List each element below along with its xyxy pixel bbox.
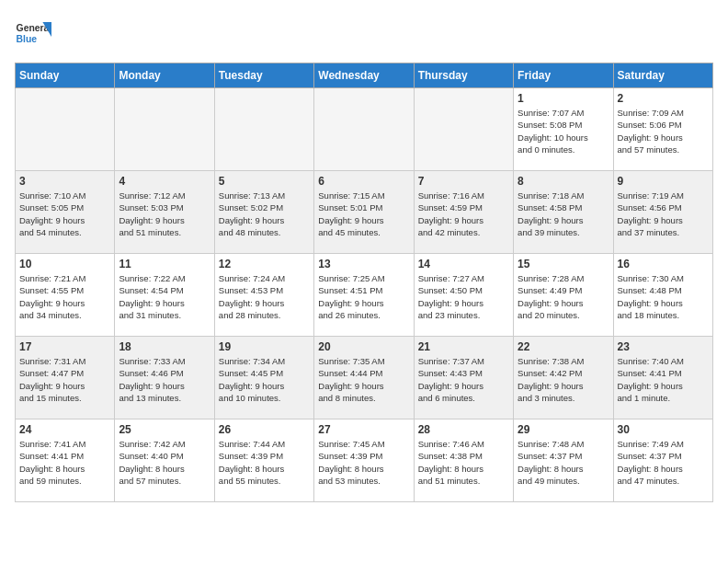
calendar-cell: 24Sunrise: 7:41 AM Sunset: 4:41 PM Dayli… xyxy=(16,419,115,502)
calendar-cell xyxy=(314,88,414,171)
calendar-header-wednesday: Wednesday xyxy=(314,63,414,88)
day-number: 1 xyxy=(518,92,609,105)
day-info: Sunrise: 7:15 AM Sunset: 5:01 PM Dayligh… xyxy=(318,190,409,238)
day-info: Sunrise: 7:30 AM Sunset: 4:48 PM Dayligh… xyxy=(618,272,709,321)
calendar-cell: 17Sunrise: 7:31 AM Sunset: 4:47 PM Dayli… xyxy=(16,337,115,419)
day-info: Sunrise: 7:10 AM Sunset: 5:05 PM Dayligh… xyxy=(19,190,110,238)
calendar-cell: 5Sunrise: 7:13 AM Sunset: 5:02 PM Daylig… xyxy=(214,171,313,254)
day-info: Sunrise: 7:49 AM Sunset: 4:37 PM Dayligh… xyxy=(618,438,709,487)
calendar-cell: 11Sunrise: 7:22 AM Sunset: 4:54 PM Dayli… xyxy=(115,254,214,337)
day-info: Sunrise: 7:21 AM Sunset: 4:55 PM Dayligh… xyxy=(19,272,110,321)
calendar-cell: 7Sunrise: 7:16 AM Sunset: 4:59 PM Daylig… xyxy=(414,171,513,254)
day-info: Sunrise: 7:48 AM Sunset: 4:37 PM Dayligh… xyxy=(518,438,609,487)
calendar-cell: 6Sunrise: 7:15 AM Sunset: 5:01 PM Daylig… xyxy=(314,171,414,254)
day-info: Sunrise: 7:44 AM Sunset: 4:39 PM Dayligh… xyxy=(219,438,310,487)
day-info: Sunrise: 7:46 AM Sunset: 4:38 PM Dayligh… xyxy=(418,438,509,487)
day-number: 13 xyxy=(318,258,409,270)
day-info: Sunrise: 7:40 AM Sunset: 4:41 PM Dayligh… xyxy=(618,355,709,404)
logo: General Blue xyxy=(15,15,51,52)
day-info: Sunrise: 7:16 AM Sunset: 4:59 PM Dayligh… xyxy=(418,190,509,238)
day-number: 9 xyxy=(618,175,709,188)
day-number: 16 xyxy=(618,258,709,270)
day-info: Sunrise: 7:22 AM Sunset: 4:54 PM Dayligh… xyxy=(119,272,210,321)
day-info: Sunrise: 7:25 AM Sunset: 4:51 PM Dayligh… xyxy=(318,272,409,321)
day-number: 20 xyxy=(318,340,409,353)
calendar-cell: 3Sunrise: 7:10 AM Sunset: 5:05 PM Daylig… xyxy=(16,171,115,254)
calendar-table: SundayMondayTuesdayWednesdayThursdayFrid… xyxy=(15,63,713,502)
day-number: 11 xyxy=(119,258,210,270)
calendar-cell: 15Sunrise: 7:28 AM Sunset: 4:49 PM Dayli… xyxy=(514,254,613,337)
calendar-header-sunday: Sunday xyxy=(16,63,115,88)
calendar-cell: 13Sunrise: 7:25 AM Sunset: 4:51 PM Dayli… xyxy=(314,254,414,337)
calendar-cell: 30Sunrise: 7:49 AM Sunset: 4:37 PM Dayli… xyxy=(613,419,712,502)
day-info: Sunrise: 7:35 AM Sunset: 4:44 PM Dayligh… xyxy=(318,355,409,404)
calendar-header-thursday: Thursday xyxy=(414,63,513,88)
logo-icon: General Blue xyxy=(15,15,51,52)
day-number: 23 xyxy=(618,340,709,353)
day-number: 3 xyxy=(19,175,110,188)
calendar-cell: 18Sunrise: 7:33 AM Sunset: 4:46 PM Dayli… xyxy=(115,337,214,419)
day-number: 14 xyxy=(418,258,509,270)
day-number: 4 xyxy=(119,175,210,188)
calendar-cell xyxy=(214,88,313,171)
calendar-cell: 25Sunrise: 7:42 AM Sunset: 4:40 PM Dayli… xyxy=(115,419,214,502)
calendar-header-saturday: Saturday xyxy=(613,63,712,88)
day-number: 12 xyxy=(219,258,310,270)
day-info: Sunrise: 7:34 AM Sunset: 4:45 PM Dayligh… xyxy=(219,355,310,404)
calendar-cell: 22Sunrise: 7:38 AM Sunset: 4:42 PM Dayli… xyxy=(514,337,613,419)
calendar-cell: 9Sunrise: 7:19 AM Sunset: 4:56 PM Daylig… xyxy=(613,171,712,254)
day-info: Sunrise: 7:27 AM Sunset: 4:50 PM Dayligh… xyxy=(418,272,509,321)
calendar-cell xyxy=(414,88,513,171)
calendar-cell xyxy=(16,88,115,171)
calendar-cell: 14Sunrise: 7:27 AM Sunset: 4:50 PM Dayli… xyxy=(414,254,513,337)
day-info: Sunrise: 7:38 AM Sunset: 4:42 PM Dayligh… xyxy=(518,355,609,404)
day-number: 21 xyxy=(418,340,509,353)
day-number: 19 xyxy=(219,340,310,353)
day-number: 28 xyxy=(418,423,509,436)
calendar-cell: 19Sunrise: 7:34 AM Sunset: 4:45 PM Dayli… xyxy=(214,337,313,419)
calendar-cell: 8Sunrise: 7:18 AM Sunset: 4:58 PM Daylig… xyxy=(514,171,613,254)
calendar-cell: 27Sunrise: 7:45 AM Sunset: 4:39 PM Dayli… xyxy=(314,419,414,502)
calendar-cell: 16Sunrise: 7:30 AM Sunset: 4:48 PM Dayli… xyxy=(613,254,712,337)
day-number: 2 xyxy=(618,92,709,105)
calendar-cell: 10Sunrise: 7:21 AM Sunset: 4:55 PM Dayli… xyxy=(16,254,115,337)
day-number: 6 xyxy=(318,175,409,188)
day-info: Sunrise: 7:12 AM Sunset: 5:03 PM Dayligh… xyxy=(119,190,210,238)
day-info: Sunrise: 7:24 AM Sunset: 4:53 PM Dayligh… xyxy=(219,272,310,321)
calendar-cell: 29Sunrise: 7:48 AM Sunset: 4:37 PM Dayli… xyxy=(514,419,613,502)
calendar-cell: 21Sunrise: 7:37 AM Sunset: 4:43 PM Dayli… xyxy=(414,337,513,419)
day-info: Sunrise: 7:31 AM Sunset: 4:47 PM Dayligh… xyxy=(19,355,110,404)
day-info: Sunrise: 7:37 AM Sunset: 4:43 PM Dayligh… xyxy=(418,355,509,404)
svg-text:Blue: Blue xyxy=(17,34,38,44)
day-info: Sunrise: 7:41 AM Sunset: 4:41 PM Dayligh… xyxy=(19,438,110,487)
day-number: 22 xyxy=(518,340,609,353)
day-number: 7 xyxy=(418,175,509,188)
day-number: 8 xyxy=(518,175,609,188)
calendar-cell: 12Sunrise: 7:24 AM Sunset: 4:53 PM Dayli… xyxy=(214,254,313,337)
day-number: 27 xyxy=(318,423,409,436)
day-number: 5 xyxy=(219,175,310,188)
day-number: 30 xyxy=(618,423,709,436)
calendar-header-tuesday: Tuesday xyxy=(214,63,313,88)
day-number: 25 xyxy=(119,423,210,436)
calendar-header-monday: Monday xyxy=(115,63,214,88)
calendar-cell: 23Sunrise: 7:40 AM Sunset: 4:41 PM Dayli… xyxy=(613,337,712,419)
day-info: Sunrise: 7:09 AM Sunset: 5:06 PM Dayligh… xyxy=(618,107,709,155)
calendar-cell: 1Sunrise: 7:07 AM Sunset: 5:08 PM Daylig… xyxy=(514,88,613,171)
day-info: Sunrise: 7:07 AM Sunset: 5:08 PM Dayligh… xyxy=(518,107,609,155)
day-number: 26 xyxy=(219,423,310,436)
calendar-cell xyxy=(115,88,214,171)
day-info: Sunrise: 7:45 AM Sunset: 4:39 PM Dayligh… xyxy=(318,438,409,487)
day-number: 24 xyxy=(19,423,110,436)
day-number: 10 xyxy=(19,258,110,270)
day-info: Sunrise: 7:33 AM Sunset: 4:46 PM Dayligh… xyxy=(119,355,210,404)
calendar-cell: 2Sunrise: 7:09 AM Sunset: 5:06 PM Daylig… xyxy=(613,88,712,171)
calendar-cell: 20Sunrise: 7:35 AM Sunset: 4:44 PM Dayli… xyxy=(314,337,414,419)
day-info: Sunrise: 7:28 AM Sunset: 4:49 PM Dayligh… xyxy=(518,272,609,321)
day-info: Sunrise: 7:18 AM Sunset: 4:58 PM Dayligh… xyxy=(518,190,609,238)
day-number: 15 xyxy=(518,258,609,270)
day-info: Sunrise: 7:19 AM Sunset: 4:56 PM Dayligh… xyxy=(618,190,709,238)
day-number: 29 xyxy=(518,423,609,436)
calendar-cell: 4Sunrise: 7:12 AM Sunset: 5:03 PM Daylig… xyxy=(115,171,214,254)
day-number: 18 xyxy=(119,340,210,353)
